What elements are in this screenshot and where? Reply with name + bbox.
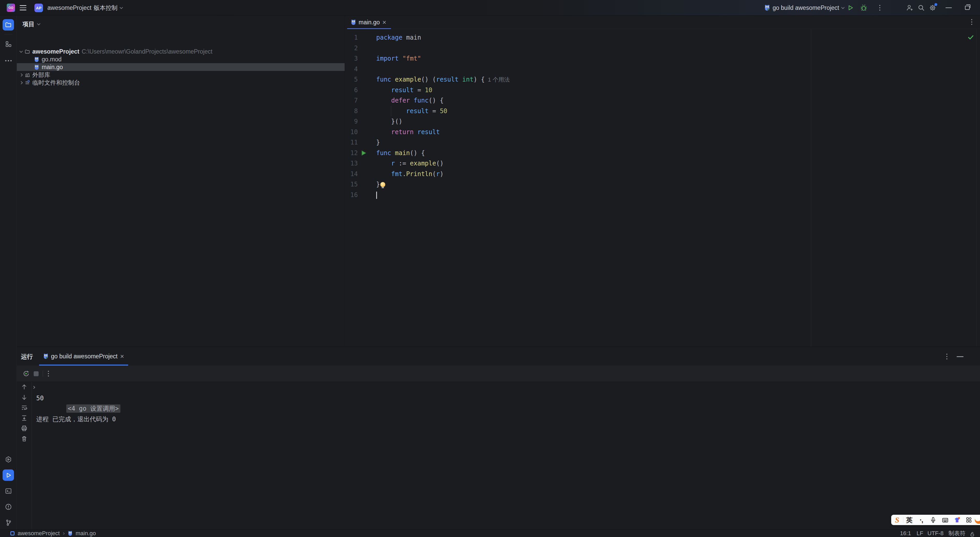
code-token: () { <box>428 97 444 104</box>
line-separator-widget[interactable]: LF <box>916 529 923 537</box>
ime-toolbox-button[interactable] <box>963 516 975 523</box>
more-actions-button[interactable] <box>876 4 884 12</box>
code-token <box>458 76 462 83</box>
code-line[interactable]: 9 }() <box>345 116 980 127</box>
project-panel-header[interactable]: 项目 <box>22 20 40 28</box>
clear-console-trash-icon[interactable] <box>21 435 28 442</box>
editor-tab-label: main.go <box>359 19 380 26</box>
project-tool-button[interactable] <box>3 19 14 30</box>
code-line[interactable]: 11} <box>345 137 980 148</box>
code-line[interactable]: 1package main <box>345 32 980 43</box>
ime-skin-button[interactable] <box>951 516 963 524</box>
scroll-to-end-icon[interactable] <box>21 415 28 421</box>
editor-tab-options-icon[interactable] <box>971 19 972 25</box>
chevron-down-icon <box>37 22 40 25</box>
restore-window-button[interactable] <box>963 4 972 12</box>
code-area[interactable]: 1package main23import "fmt"45func exampl… <box>345 29 980 346</box>
tree-item-external-libraries[interactable]: 外部库 <box>17 71 345 79</box>
code-line[interactable]: 2 <box>345 43 980 54</box>
chevron-right-icon[interactable] <box>19 81 23 84</box>
run-gutter-icon[interactable] <box>361 150 367 156</box>
ime-punct-label: ·, <box>920 516 923 524</box>
tree-item-gomod[interactable]: go.mod <box>17 56 345 63</box>
code-token: example <box>395 76 421 83</box>
expand-fold-chevron-icon[interactable] <box>32 386 35 389</box>
code-line[interactable]: 10 return result <box>345 127 980 138</box>
rerun-button[interactable] <box>22 370 30 377</box>
code-token: result <box>417 129 440 136</box>
vcs-widget[interactable]: 版本控制 <box>94 0 123 16</box>
settings-gear-button[interactable] <box>929 4 937 12</box>
ime-keyboard-button[interactable] <box>939 516 951 524</box>
chevron-right-icon[interactable] <box>19 73 23 77</box>
breadcrumb-project[interactable]: awesomeProject <box>18 530 60 537</box>
ime-voice-input-button[interactable] <box>927 516 939 523</box>
code-line[interactable]: 15} <box>345 179 980 190</box>
code-line[interactable]: 7 defer func() { <box>345 95 980 106</box>
ime-punctuation-button[interactable]: ·, <box>915 516 927 524</box>
run-tab-go-build[interactable]: go build awesomeProject × <box>39 347 128 365</box>
goland-window: GO AP awesomeProject 版本控制 go build aweso… <box>0 0 980 537</box>
code-token: () { <box>410 149 425 157</box>
stop-button[interactable] <box>32 370 40 377</box>
tree-item-label: 临时文件和控制台 <box>32 79 80 86</box>
next-occurrence-icon[interactable] <box>21 394 28 401</box>
vcs-widget-label: 版本控制 <box>94 4 118 12</box>
services-tool-button[interactable] <box>3 454 14 465</box>
code-line[interactable]: 5func example() (result int) { 1 个用法 <box>345 74 980 85</box>
code-line[interactable]: 4 <box>345 64 980 75</box>
print-icon[interactable] <box>21 425 28 432</box>
console-line: 进程 已完成，退出代码为 0 <box>36 414 980 425</box>
code-line[interactable]: 6 result = 10 <box>345 85 980 95</box>
version-control-tool-button[interactable] <box>3 517 14 528</box>
tree-item-project-root[interactable]: awesomeProject C:\Users\meowr\GolandProj… <box>17 48 345 56</box>
prev-occurrence-icon[interactable] <box>21 383 28 391</box>
main-menu-hamburger-icon[interactable] <box>19 0 27 16</box>
line-number: 16 <box>345 190 358 200</box>
run-configuration-widget[interactable]: go build awesomeProject <box>764 0 844 16</box>
code-token: = <box>428 108 440 115</box>
chevron-down-icon[interactable] <box>19 49 23 53</box>
hide-panel-button[interactable] <box>957 356 963 357</box>
code-line[interactable]: 14 fmt.Println(r) <box>345 169 980 180</box>
problems-tool-button[interactable] <box>3 501 14 512</box>
close-tab-icon[interactable]: × <box>120 354 124 359</box>
code-line[interactable]: 3import "fmt" <box>345 53 980 64</box>
console-output[interactable]: <4 go 设置调用> 50 进程 已完成，退出代码为 0 <box>32 382 980 529</box>
run-toolbar-more-icon[interactable] <box>45 370 52 377</box>
caret-position-widget[interactable]: 16:1 <box>900 529 911 537</box>
code-line[interactable]: 16 <box>345 190 980 200</box>
project-widget[interactable]: awesomeProject <box>48 0 96 16</box>
intention-bulb-icon[interactable] <box>380 182 385 187</box>
file-lock-widget[interactable] <box>970 530 975 537</box>
tree-item-path: C:\Users\meowr\GolandProjects\awesomePro… <box>82 48 213 55</box>
search-everywhere-button[interactable] <box>917 4 925 12</box>
indent-style-widget[interactable]: 制表符 <box>948 529 966 537</box>
code-line[interactable]: 8 result = 50 <box>345 106 980 116</box>
sogou-logo-button[interactable]: S <box>891 515 903 524</box>
tree-item-scratches[interactable]: 临时文件和控制台 <box>17 79 345 86</box>
structure-tool-button[interactable] <box>3 38 14 50</box>
minimize-window-button[interactable] <box>945 4 953 12</box>
tree-item-label: go.mod <box>42 56 62 63</box>
code-with-me-button[interactable] <box>906 4 914 12</box>
ime-emoji-button-cropped[interactable] <box>975 516 980 524</box>
soft-wrap-icon[interactable] <box>21 404 28 411</box>
code-line[interactable]: 13 r := example() <box>345 158 980 169</box>
run-panel-options-icon[interactable] <box>947 354 947 359</box>
project-avatar[interactable]: AP <box>35 4 43 12</box>
breadcrumb-file[interactable]: main.go <box>76 530 96 537</box>
run-button[interactable] <box>846 4 854 12</box>
code-token <box>391 149 395 157</box>
close-tab-icon[interactable]: × <box>382 20 386 25</box>
encoding-widget[interactable]: UTF-8 <box>928 529 943 537</box>
go-gopher-run-icon <box>43 353 48 359</box>
tree-item-maingo-selected[interactable]: main.go <box>17 63 345 71</box>
ime-language-mode-button[interactable]: 英 <box>904 516 915 524</box>
editor-tab-maingo[interactable]: main.go × <box>347 16 391 29</box>
code-line[interactable]: 12func main() { <box>345 148 980 159</box>
run-tool-button[interactable] <box>3 469 14 481</box>
more-tool-windows-button[interactable] <box>3 55 14 66</box>
debug-button[interactable] <box>860 4 868 12</box>
terminal-tool-button[interactable] <box>3 485 14 497</box>
